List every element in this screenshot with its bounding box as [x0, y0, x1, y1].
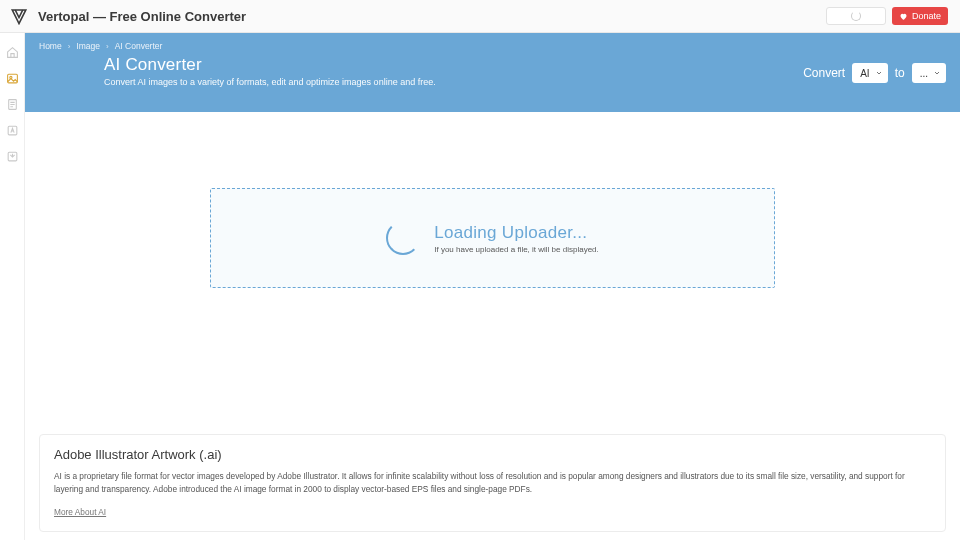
document-icon	[6, 98, 19, 111]
page-subtitle: Convert AI images to a variety of format…	[104, 77, 436, 87]
header-loading-pill	[826, 7, 886, 25]
info-body: AI is a proprietary file format for vect…	[54, 470, 931, 495]
breadcrumb-item[interactable]: AI Converter	[115, 41, 163, 51]
uploader-title: Loading Uploader...	[434, 223, 599, 243]
sidebar-item-ebook[interactable]	[0, 143, 25, 169]
svg-rect-0	[8, 74, 18, 83]
chevron-right-icon: ›	[106, 42, 109, 51]
spinner-icon	[851, 11, 861, 21]
sidebar-item-font[interactable]	[0, 117, 25, 143]
convert-controls: Convert AI to ...	[803, 63, 946, 83]
main-content: Home › Image › AI Converter AI Converter…	[25, 33, 960, 540]
uploader-dropzone[interactable]: Loading Uploader... If you have uploaded…	[210, 188, 775, 288]
convert-label: Convert	[803, 66, 845, 80]
from-format-select[interactable]: AI	[852, 63, 887, 83]
brand-logo-icon	[10, 7, 28, 25]
to-format-select[interactable]: ...	[912, 63, 946, 83]
from-format-value: AI	[860, 68, 869, 79]
breadcrumb: Home › Image › AI Converter	[39, 41, 946, 51]
chevron-down-icon	[875, 69, 883, 77]
breadcrumb-item[interactable]: Image	[76, 41, 100, 51]
hero-text: AI Converter Convert AI images to a vari…	[104, 55, 436, 87]
ebook-icon	[6, 150, 19, 163]
heart-icon	[899, 12, 908, 21]
uploader-subtitle: If you have uploaded a file, it will be …	[434, 245, 599, 254]
app-title: Vertopal — Free Online Converter	[38, 9, 246, 24]
sidebar-item-image[interactable]	[0, 65, 25, 91]
to-label: to	[895, 66, 905, 80]
top-bar: Vertopal — Free Online Converter Donate	[0, 0, 960, 33]
spinner-icon	[386, 221, 420, 255]
home-icon	[6, 46, 19, 59]
left-sidebar	[0, 33, 25, 540]
breadcrumb-item[interactable]: Home	[39, 41, 62, 51]
chevron-right-icon: ›	[68, 42, 71, 51]
more-about-link[interactable]: More About AI	[54, 507, 106, 517]
to-format-value: ...	[920, 68, 928, 79]
donate-button[interactable]: Donate	[892, 7, 948, 25]
image-icon	[6, 72, 19, 85]
font-icon	[6, 124, 19, 137]
page-title: AI Converter	[104, 55, 436, 75]
chevron-down-icon	[933, 69, 941, 77]
info-heading: Adobe Illustrator Artwork (.ai)	[54, 447, 931, 462]
sidebar-item-document[interactable]	[0, 91, 25, 117]
donate-label: Donate	[912, 11, 941, 21]
sidebar-item-home[interactable]	[0, 39, 25, 65]
hero-banner: Home › Image › AI Converter AI Converter…	[25, 33, 960, 112]
format-info-card: Adobe Illustrator Artwork (.ai) AI is a …	[39, 434, 946, 532]
